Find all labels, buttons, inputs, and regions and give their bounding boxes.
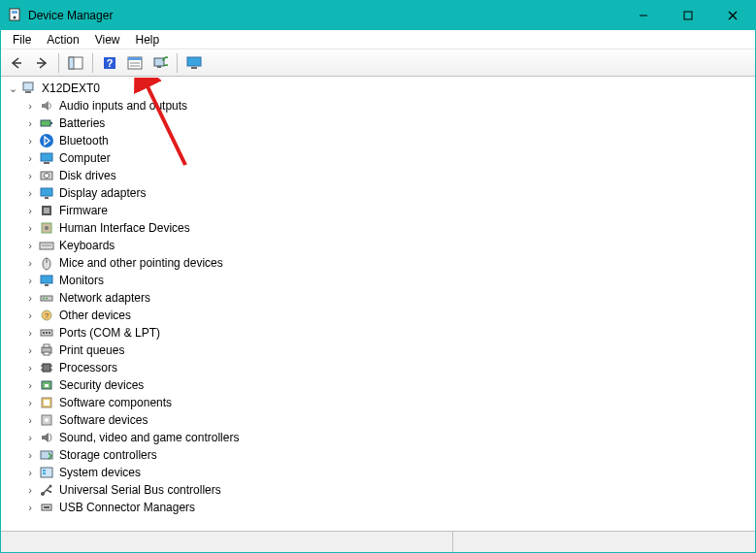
- svg-rect-53: [44, 352, 49, 355]
- tree-node[interactable]: › Audio inputs and outputs: [22, 97, 751, 114]
- svg-point-35: [45, 226, 49, 230]
- arrow-left-icon: [9, 55, 24, 71]
- menu-view[interactable]: View: [87, 31, 128, 49]
- svg-rect-1: [12, 11, 17, 14]
- sound-icon: [39, 430, 54, 445]
- chevron-down-icon[interactable]: ⌄: [7, 82, 18, 94]
- tree-node[interactable]: › Software components: [22, 394, 751, 411]
- chevron-right-icon[interactable]: ›: [24, 432, 36, 443]
- svg-rect-19: [187, 57, 201, 66]
- tree-node[interactable]: › Computer: [22, 149, 751, 167]
- tree-node[interactable]: › USB Connector Managers: [22, 499, 751, 516]
- chevron-right-icon[interactable]: ›: [24, 484, 36, 496]
- tree-node[interactable]: › System devices: [22, 464, 751, 481]
- chevron-right-icon[interactable]: ›: [24, 117, 36, 129]
- chevron-right-icon[interactable]: ›: [24, 467, 36, 478]
- tree-node[interactable]: › Print queues: [22, 342, 751, 359]
- chevron-right-icon[interactable]: ›: [24, 152, 36, 164]
- svg-point-25: [40, 134, 53, 147]
- tree-node[interactable]: › Universal Serial Bus controllers: [22, 481, 751, 499]
- tree-node-label: Storage controllers: [57, 448, 159, 462]
- tree-node[interactable]: › Disk drives: [22, 167, 751, 184]
- tree-node[interactable]: › ? Other devices: [22, 307, 751, 324]
- chevron-right-icon[interactable]: ›: [24, 187, 36, 199]
- tree-node[interactable]: › Sound, video and game controllers: [22, 429, 751, 446]
- tree-node[interactable]: › Software devices: [22, 411, 751, 429]
- menu-help[interactable]: Help: [128, 31, 168, 49]
- tree-node-label: System devices: [57, 466, 143, 479]
- tree-node[interactable]: › Security devices: [22, 376, 751, 394]
- help-button[interactable]: ?: [98, 51, 121, 75]
- tree-node[interactable]: › Network adapters: [22, 289, 751, 307]
- tree-node-label: Print queues: [57, 343, 126, 357]
- chevron-right-icon[interactable]: ›: [24, 222, 36, 234]
- back-button[interactable]: [5, 51, 28, 75]
- tree-node-label: Software devices: [57, 413, 149, 427]
- chevron-right-icon[interactable]: ›: [24, 414, 36, 426]
- svg-rect-26: [41, 153, 52, 161]
- minimize-button[interactable]: [621, 1, 666, 30]
- chevron-right-icon[interactable]: ›: [24, 170, 36, 181]
- svg-rect-27: [44, 162, 49, 164]
- tree-node-label: Ports (COM & LPT): [57, 326, 162, 340]
- cpu-icon: [39, 360, 54, 375]
- tree-node[interactable]: › Keyboards: [22, 237, 751, 254]
- chevron-right-icon[interactable]: ›: [24, 344, 36, 356]
- add-legacy-hardware-button[interactable]: [182, 51, 206, 75]
- tree-view[interactable]: ⌄ X12DEXT0 › Audio inputs and outputs › …: [1, 77, 755, 531]
- chevron-right-icon[interactable]: ›: [24, 379, 36, 391]
- tree-node[interactable]: › Monitors: [22, 272, 751, 289]
- tree-node[interactable]: › Batteries: [22, 114, 751, 132]
- svg-rect-23: [41, 120, 50, 126]
- chevron-right-icon[interactable]: ›: [24, 240, 36, 251]
- menu-file[interactable]: File: [5, 31, 39, 49]
- usb-icon: [39, 482, 54, 498]
- chevron-right-icon[interactable]: ›: [24, 502, 36, 513]
- chevron-right-icon[interactable]: ›: [24, 257, 36, 269]
- svg-point-44: [46, 298, 48, 300]
- menu-action[interactable]: Action: [39, 31, 86, 49]
- close-button[interactable]: [710, 1, 755, 30]
- scan-hardware-button[interactable]: [148, 51, 172, 75]
- chevron-right-icon[interactable]: ›: [24, 449, 36, 461]
- chevron-right-icon[interactable]: ›: [24, 397, 36, 408]
- arrow-right-icon: [34, 55, 49, 71]
- tree-node-label: Sound, video and game controllers: [57, 431, 241, 444]
- tree-node[interactable]: › Processors: [22, 359, 751, 376]
- tree-node-label: Keyboards: [57, 239, 116, 252]
- svg-rect-21: [23, 82, 33, 90]
- svg-rect-24: [50, 122, 52, 124]
- tree-node[interactable]: › Ports (COM & LPT): [22, 324, 751, 342]
- show-hide-console-button[interactable]: [64, 51, 87, 75]
- chevron-right-icon[interactable]: ›: [24, 362, 36, 374]
- tree-node[interactable]: › Display adapters: [22, 184, 751, 202]
- forward-button[interactable]: [30, 51, 53, 75]
- chevron-right-icon[interactable]: ›: [24, 205, 36, 216]
- tree-node[interactable]: › Human Interface Devices: [22, 219, 751, 237]
- toolbar: ?: [1, 49, 755, 77]
- tree-node[interactable]: › Firmware: [22, 202, 751, 219]
- tree-node[interactable]: › Bluetooth: [22, 132, 751, 149]
- toolbar-separator: [177, 53, 178, 73]
- properties-button[interactable]: [123, 51, 147, 75]
- chevron-right-icon[interactable]: ›: [24, 309, 36, 321]
- tree-node-label: USB Connector Managers: [57, 501, 197, 514]
- svg-rect-48: [43, 332, 45, 334]
- tree-node-label: Firmware: [57, 204, 110, 217]
- swdev-icon: [39, 412, 54, 428]
- tree-node[interactable]: › Storage controllers: [22, 446, 751, 464]
- svg-rect-33: [44, 208, 49, 213]
- keyboard-icon: [39, 238, 54, 253]
- tree-root-node[interactable]: ⌄ X12DEXT0: [5, 80, 751, 97]
- mouse-icon: [39, 255, 54, 271]
- maximize-button[interactable]: [666, 1, 710, 30]
- chevron-right-icon[interactable]: ›: [24, 292, 36, 304]
- chevron-right-icon[interactable]: ›: [24, 100, 36, 112]
- tree-node-label: Monitors: [57, 274, 106, 287]
- console-tree-icon: [68, 55, 83, 71]
- svg-rect-68: [43, 472, 46, 474]
- chevron-right-icon[interactable]: ›: [24, 135, 36, 146]
- chevron-right-icon[interactable]: ›: [24, 327, 36, 339]
- chevron-right-icon[interactable]: ›: [24, 275, 36, 286]
- tree-node[interactable]: › Mice and other pointing devices: [22, 254, 751, 272]
